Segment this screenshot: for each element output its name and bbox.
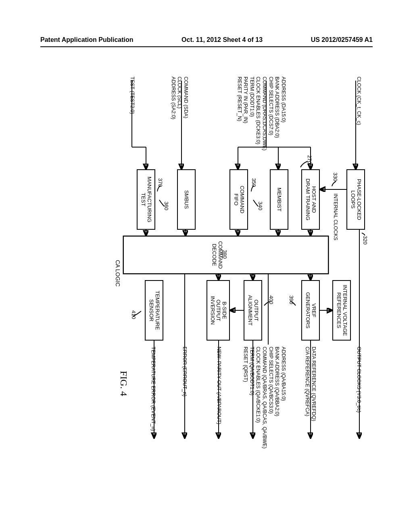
ref-330: 330 xyxy=(332,172,338,181)
header-left: Patent Application Publication xyxy=(40,36,133,44)
output-clocks: OUTPUT CLOCKS (Y3:0_t/c) xyxy=(355,347,362,413)
ref-390: 390 xyxy=(288,295,294,304)
input-test: TEST (TEST2:0) xyxy=(129,77,135,114)
input-smbus-group: COMMAND (SDA) CLOCK (SCL) ADDRESS (SA2:0… xyxy=(170,77,189,119)
page: Patent Application Publication Oct. 11, … xyxy=(0,0,413,532)
output-temp: TEMPERATURE ERROR (EVENT_n) xyxy=(150,347,156,431)
block-vrefgen: VREF GENERATORS xyxy=(301,280,320,341)
output-ca: ADDRESS (QA/BA15:0) BANK ADDRESS (QA/BBA… xyxy=(242,347,286,449)
ref-320: 320 xyxy=(362,236,368,245)
block-membist: MEMBIST xyxy=(270,169,288,230)
block-outalign: OUTPUT ALIGNMENT xyxy=(244,280,262,341)
block-cmdfifo: COMMAND FIFO xyxy=(229,169,248,230)
cmddecode-label: COMMAND DECODE xyxy=(211,241,223,269)
figure-label: FIG. 4 xyxy=(118,371,129,396)
ref-380: 380 xyxy=(222,250,228,259)
block-mfgtest: MANUFACTURING TEST xyxy=(137,169,155,230)
ref-410: 410 xyxy=(131,310,137,319)
block-bside: B-SIDE OUTPUT INVERSION xyxy=(206,280,230,341)
header-center: Oct. 11, 2012 Sheet 4 of 13 xyxy=(181,36,263,44)
output-parity: NEW: PARITY OUT (A/BPAROUT) xyxy=(215,347,222,424)
label-internal-clocks: INTERNAL CLOCKS xyxy=(332,193,338,240)
header-right: US 2012/0257459 A1 xyxy=(311,36,373,44)
ref-350: 350 xyxy=(251,178,257,187)
ref-400: 400 xyxy=(268,295,274,304)
block-smbus: SMBUS xyxy=(177,169,196,230)
output-vref: DATA REFERENCE (QVREFDQ) C/A REFERENCE (… xyxy=(304,347,317,421)
label-calogic: CA LOGIC xyxy=(115,260,121,287)
block-tempsensor: TEMPERATURE SENSOR xyxy=(145,280,163,341)
block-host: HOST AND DRAM TRAINING xyxy=(301,169,320,230)
diagram-wrap: CLOCK (CK_t, CK_c) ADDRESS (DA15:0) BANK… xyxy=(24,99,387,417)
block-ivr: INTERNAL VOLTAGE REFERENCES xyxy=(332,280,351,341)
header-rule xyxy=(40,46,373,47)
ref-340: 340 xyxy=(257,202,263,210)
input-clock: CLOCK (CK_t, CK_c) xyxy=(355,77,362,125)
block-pll: PHASE-LOCKED LOOPS xyxy=(346,169,365,230)
page-header: Patent Application Publication Oct. 11, … xyxy=(40,36,373,44)
ref-360: 360 xyxy=(163,202,169,210)
ref-270: 270 xyxy=(307,155,313,164)
ref-370: 370 xyxy=(157,178,163,187)
input-ca-group: ADDRESS (DA15:0) BANK ADDRESS (DBA2:0) C… xyxy=(236,77,286,150)
diagram: CLOCK (CK_t, CK_c) ADDRESS (DA15:0) BANK… xyxy=(46,77,365,439)
output-error: ERROR (ERROUT_n) xyxy=(181,347,188,397)
